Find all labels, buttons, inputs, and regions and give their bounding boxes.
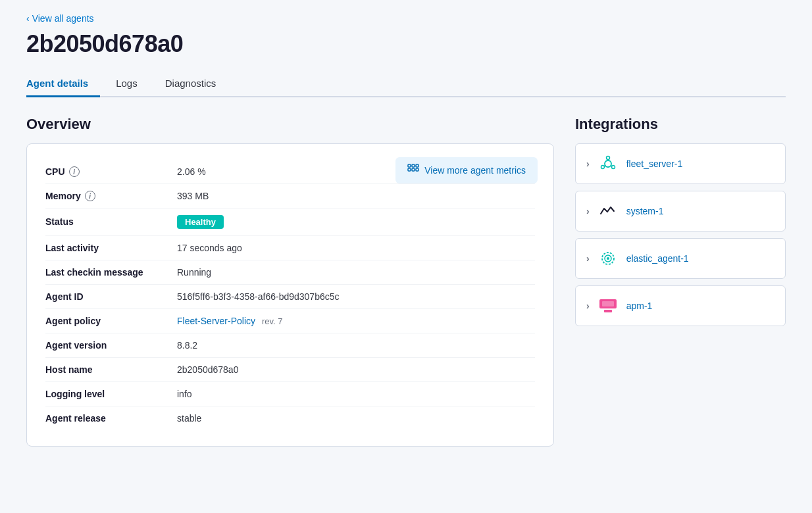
apm-icon: [597, 295, 619, 316]
integration-name-elastic-agent-1: elastic_agent-1: [626, 253, 689, 264]
detail-row-memory: Memory i 393 MB: [45, 184, 535, 208]
value-memory: 393 MB: [177, 191, 535, 201]
left-panel: Overview Vie: [26, 116, 554, 447]
label-cpu: CPU i: [45, 166, 177, 177]
right-panel: Integrations › fleet_server-1: [575, 116, 786, 333]
detail-row-agent-version: Agent version 8.8.2: [45, 333, 535, 358]
label-last-checkin: Last checkin message: [45, 267, 177, 278]
value-logging-level: info: [177, 389, 535, 399]
elastic-agent-icon: [597, 248, 619, 269]
integration-item-elastic-agent-1[interactable]: › elastic_agent-1: [575, 238, 786, 279]
label-agent-id: Agent ID: [45, 291, 177, 302]
detail-row-agent-release: Agent release stable: [45, 406, 535, 430]
svg-point-6: [605, 160, 611, 167]
svg-rect-1: [412, 164, 415, 167]
value-agent-release: stable: [177, 413, 535, 424]
label-last-activity: Last activity: [45, 243, 177, 253]
value-status: Healthy: [177, 215, 535, 229]
policy-link[interactable]: Fleet-Server-Policy: [177, 316, 255, 326]
detail-row-agent-id: Agent ID 516f5ff6-b3f3-4358-af66-bd9d307…: [45, 285, 535, 309]
chevron-icon-elastic-agent: ›: [586, 253, 590, 264]
value-host-name: 2b2050d678a0: [177, 364, 535, 375]
back-link-label: View all agents: [32, 13, 94, 24]
svg-line-11: [611, 166, 612, 166]
value-agent-policy: Fleet-Server-Policy rev. 7: [177, 316, 535, 326]
policy-rev: rev. 7: [262, 316, 283, 326]
svg-point-9: [601, 166, 604, 169]
system-icon: [597, 201, 619, 222]
integration-item-system-1[interactable]: › system-1: [575, 191, 786, 232]
main-content: Overview Vie: [26, 116, 786, 447]
label-agent-release: Agent release: [45, 413, 177, 424]
svg-rect-17: [602, 301, 614, 306]
svg-point-7: [606, 157, 609, 160]
status-badge: Healthy: [177, 215, 224, 229]
page-container: ‹ View all agents 2b2050d678a0 Agent det…: [0, 0, 812, 513]
svg-rect-4: [412, 168, 415, 171]
detail-row-logging-level: Logging level info: [45, 382, 535, 406]
detail-row-last-activity: Last activity 17 seconds ago: [45, 236, 535, 260]
tab-diagnostics[interactable]: Diagnostics: [165, 71, 228, 97]
svg-point-8: [611, 166, 615, 169]
label-logging-level: Logging level: [45, 389, 177, 399]
info-icon-cpu[interactable]: i: [69, 166, 80, 177]
value-agent-version: 8.8.2: [177, 340, 535, 351]
overview-title: Overview: [26, 116, 554, 133]
tabs-bar: Agent details Logs Diagnostics: [26, 70, 786, 97]
metrics-icon: [407, 164, 419, 177]
svg-line-12: [604, 166, 605, 166]
chevron-icon-apm: ›: [586, 301, 590, 311]
integration-name-system-1: system-1: [626, 206, 664, 216]
svg-point-15: [607, 257, 609, 260]
detail-row-last-checkin: Last checkin message Running: [45, 260, 535, 285]
svg-rect-0: [408, 164, 411, 167]
fleet-server-icon: [597, 153, 619, 174]
chevron-icon-system: ›: [586, 206, 590, 216]
detail-row-status: Status Healthy: [45, 208, 535, 236]
integrations-title: Integrations: [575, 116, 786, 133]
metrics-svg-icon: [407, 164, 419, 174]
svg-rect-18: [604, 310, 612, 312]
detail-row-host-name: Host name 2b2050d678a0: [45, 358, 535, 382]
label-host-name: Host name: [45, 364, 177, 375]
back-link[interactable]: ‹ View all agents: [26, 13, 94, 24]
integration-item-apm-1[interactable]: › apm-1: [575, 285, 786, 326]
svg-rect-3: [408, 168, 411, 171]
chevron-left-icon: ‹: [26, 13, 30, 24]
svg-rect-2: [416, 164, 419, 167]
metrics-button-label: View more agent metrics: [424, 165, 526, 176]
label-memory: Memory i: [45, 191, 177, 201]
value-last-checkin: Running: [177, 267, 535, 278]
label-agent-policy: Agent policy: [45, 316, 177, 326]
page-title: 2b2050d678a0: [26, 30, 786, 58]
overview-card: View more agent metrics CPU i 2.06 % Mem…: [26, 143, 554, 447]
tab-logs[interactable]: Logs: [116, 71, 149, 97]
detail-row-agent-policy: Agent policy Fleet-Server-Policy rev. 7: [45, 309, 535, 333]
integration-name-apm-1: apm-1: [626, 301, 653, 311]
integration-item-fleet-server-1[interactable]: › fleet_server-1: [575, 143, 786, 184]
svg-rect-5: [416, 168, 419, 171]
value-last-activity: 17 seconds ago: [177, 243, 535, 253]
label-agent-version: Agent version: [45, 340, 177, 351]
tab-agent-details[interactable]: Agent details: [26, 71, 100, 97]
info-icon-memory[interactable]: i: [85, 191, 95, 201]
label-status: Status: [45, 216, 177, 227]
integration-name-fleet-server-1: fleet_server-1: [626, 159, 683, 169]
chevron-icon-fleet-server: ›: [586, 159, 590, 169]
view-more-metrics-button[interactable]: View more agent metrics: [395, 157, 538, 183]
value-agent-id: 516f5ff6-b3f3-4358-af66-bd9d307b6c5c: [177, 291, 535, 302]
